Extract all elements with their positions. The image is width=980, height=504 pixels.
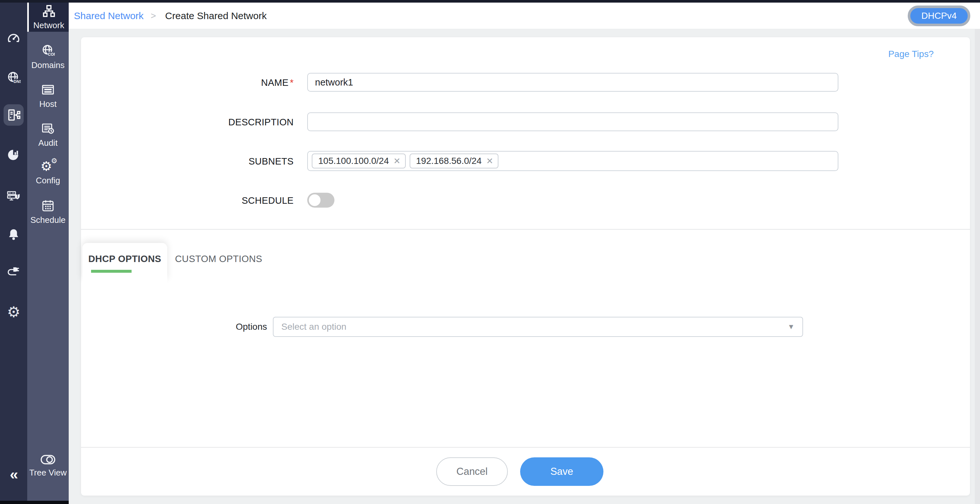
breadcrumb-link-shared-network[interactable]: Shared Network: [74, 10, 143, 21]
analytics-pie-icon: [6, 148, 21, 162]
sidebar-item-label: Schedule: [30, 215, 65, 225]
subnets-label: SUBNETS: [99, 156, 294, 167]
dashboard-gauge-icon: [6, 30, 21, 45]
subnet-chip: 192.168.56.0/24 ✕: [410, 154, 498, 169]
security-servers-shield-icon: !: [6, 189, 21, 204]
dhcp-version-badge-label: DHCPv4: [921, 11, 957, 21]
save-button[interactable]: Save: [520, 457, 603, 486]
sidebar-bottom-strip: [0, 501, 69, 504]
sidebar-item-label: Tree View: [29, 468, 67, 478]
subnet-chip-text: 105.100.100.0/24: [318, 156, 389, 166]
schedule-toggle[interactable]: [307, 193, 334, 208]
tab-cover: [82, 275, 167, 285]
sidebar-collapse-button[interactable]: «: [0, 463, 27, 486]
create-shared-network-card: Page Tips? NAME* DESCRIPTION SUBNETS 105…: [81, 37, 970, 496]
rail-item-analytics[interactable]: [0, 143, 27, 167]
subnet-chip-remove-icon[interactable]: ✕: [486, 156, 493, 166]
required-asterisk: *: [290, 78, 294, 88]
footer-divider: [81, 447, 970, 448]
rail-item-admin[interactable]: ⚙: [0, 300, 27, 324]
subnet-chip: 105.100.100.0/24 ✕: [312, 154, 406, 169]
ipam-server-icon: [6, 108, 21, 122]
sidebar-item-audit[interactable]: Audit: [27, 119, 69, 151]
options-label: Options: [137, 322, 267, 332]
config-gears-icon: ⚙ ⚙: [40, 159, 56, 173]
breadcrumb: Shared Network > Create Shared Network: [74, 10, 267, 21]
options-select[interactable]: Select an option ▼: [273, 317, 803, 337]
tab-custom-options[interactable]: CUSTOM OPTIONS: [175, 254, 262, 264]
audit-list-clock-icon: [41, 122, 55, 135]
chevron-down-icon: ▼: [788, 323, 795, 331]
section-divider: [81, 229, 970, 230]
sidebar-item-network[interactable]: Network: [27, 3, 69, 32]
sidebar-item-tree-view[interactable]: Tree View: [27, 450, 69, 482]
rail-item-security[interactable]: !: [0, 184, 27, 208]
dhcp-version-badge[interactable]: DHCPv4: [908, 5, 970, 26]
name-label: NAME*: [99, 78, 294, 88]
sidebar-item-label: Host: [39, 99, 56, 109]
breadcrumb-separator: >: [151, 11, 156, 21]
schedule-calendar-icon: [41, 199, 55, 213]
rail-item-notifications[interactable]: [0, 223, 27, 246]
subnet-chip-text: 192.168.56.0/24: [416, 156, 482, 166]
sidebar-item-label: Audit: [38, 138, 57, 148]
toggle-knob: [309, 194, 320, 206]
dns-globe-icon: DNS: [6, 71, 21, 85]
notifications-bell-icon: [6, 227, 21, 242]
header-bar: Shared Network > Create Shared Network D…: [69, 3, 980, 29]
sidebar-item-label: Network: [33, 21, 64, 30]
network-hierarchy-icon: [42, 4, 56, 18]
integrations-plug-icon: [6, 264, 21, 278]
sidebar-item-domains[interactable]: COM Domains: [27, 41, 69, 73]
svg-text:!: !: [17, 194, 18, 199]
page-title: Create Shared Network: [165, 10, 266, 21]
tab-dhcp-options-label[interactable]: DHCP OPTIONS: [82, 254, 167, 264]
subnets-input[interactable]: 105.100.100.0/24 ✕ 192.168.56.0/24 ✕: [307, 151, 838, 171]
sidebar-item-config[interactable]: ⚙ ⚙ Config: [27, 156, 69, 189]
description-label: DESCRIPTION: [99, 117, 294, 128]
subnet-chip-remove-icon[interactable]: ✕: [393, 156, 401, 166]
svg-text:DNS: DNS: [14, 79, 21, 84]
svg-text:COM: COM: [48, 52, 55, 56]
sidebar-item-schedule[interactable]: Schedule: [27, 196, 69, 228]
page-tips-link[interactable]: Page Tips?: [888, 49, 934, 59]
scrollbar-track[interactable]: [975, 29, 980, 504]
sidebar-item-label: Domains: [32, 60, 65, 70]
app-window: DNS !: [0, 0, 980, 504]
options-select-placeholder: Select an option: [281, 322, 788, 332]
rail-item-dashboard[interactable]: [0, 26, 27, 49]
host-server-icon: [41, 83, 55, 97]
rail-item-ipam[interactable]: [0, 103, 27, 127]
sidebar-item-host[interactable]: Host: [27, 79, 69, 112]
active-tab-indicator: [91, 270, 132, 273]
icon-rail: DNS !: [0, 3, 27, 501]
rail-item-dns[interactable]: DNS: [0, 67, 27, 90]
schedule-label: SCHEDULE: [99, 195, 294, 206]
sidebar-item-label: Config: [36, 176, 60, 186]
tree-view-toggle-icon: [40, 454, 56, 465]
sidebar: Network COM Domains Host Audit: [27, 3, 69, 501]
description-input[interactable]: [307, 112, 838, 131]
collapse-chevrons-icon: «: [10, 466, 18, 483]
name-input[interactable]: [307, 73, 838, 92]
domains-globe-com-icon: COM: [41, 44, 55, 58]
cancel-button[interactable]: Cancel: [436, 457, 508, 486]
rail-item-integrations[interactable]: [0, 260, 27, 283]
window-top-strip: [0, 0, 980, 3]
admin-gear-wrench-icon: ⚙: [7, 304, 20, 320]
